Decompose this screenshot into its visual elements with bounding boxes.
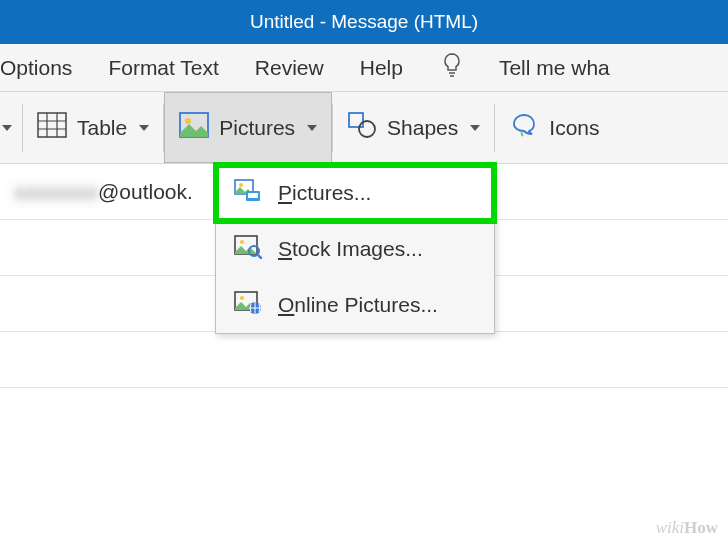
menu-item-stock-images[interactable]: Stock Images... xyxy=(216,221,494,277)
pictures-dropdown: Pictures... Stock Images... Online Pictu… xyxy=(215,164,495,334)
svg-point-6 xyxy=(239,183,243,187)
tell-me-search[interactable]: Tell me wha xyxy=(499,56,610,80)
email-blurred: xxxxxxxx xyxy=(14,180,98,204)
watermark: wikiHow xyxy=(656,518,718,538)
chevron-down-icon xyxy=(2,125,12,131)
menu-label: Pictures... xyxy=(278,181,371,205)
menu-label: Online Pictures... xyxy=(278,293,438,317)
table-label: Table xyxy=(77,116,127,140)
email-visible: @outlook. xyxy=(98,180,193,204)
table-icon xyxy=(37,112,67,143)
icons-button[interactable]: Icons xyxy=(495,92,613,163)
tab-help[interactable]: Help xyxy=(360,56,403,80)
field-row[interactable] xyxy=(0,332,728,388)
ribbon-unknown-dropdown[interactable] xyxy=(0,92,22,163)
lightbulb-icon xyxy=(441,52,463,83)
svg-point-2 xyxy=(185,118,191,124)
shapes-button[interactable]: Shapes xyxy=(333,92,494,163)
svg-point-10 xyxy=(240,240,244,244)
svg-rect-8 xyxy=(248,193,258,198)
svg-point-13 xyxy=(240,296,244,300)
shapes-icon xyxy=(347,111,377,144)
menu-item-online-pictures[interactable]: Online Pictures... xyxy=(216,277,494,333)
chevron-down-icon xyxy=(139,125,149,131)
picture-icon xyxy=(179,112,209,143)
menu-label: Stock Images... xyxy=(278,237,423,261)
pictures-button[interactable]: Pictures xyxy=(164,92,332,163)
table-button[interactable]: Table xyxy=(23,92,163,163)
tab-review[interactable]: Review xyxy=(255,56,324,80)
pictures-label: Pictures xyxy=(219,116,295,140)
tab-options[interactable]: Options xyxy=(0,56,72,80)
ribbon-toolbar: Table Pictures Shapes Icons xyxy=(0,92,728,164)
svg-point-4 xyxy=(359,121,375,137)
tab-format-text[interactable]: Format Text xyxy=(108,56,218,80)
chevron-down-icon xyxy=(470,125,480,131)
picture-device-icon xyxy=(234,179,262,208)
chevron-down-icon xyxy=(307,125,317,131)
picture-globe-icon xyxy=(234,291,262,320)
icons-label: Icons xyxy=(549,116,599,140)
shapes-label: Shapes xyxy=(387,116,458,140)
title-bar: Untitled - Message (HTML) xyxy=(0,0,728,44)
menu-item-pictures[interactable]: Pictures... xyxy=(216,165,494,221)
ribbon-tabs: Options Format Text Review Help Tell me … xyxy=(0,44,728,92)
icons-icon xyxy=(509,111,539,144)
window-title: Untitled - Message (HTML) xyxy=(250,11,478,33)
picture-search-icon xyxy=(234,235,262,264)
field-row[interactable] xyxy=(0,388,728,444)
svg-rect-0 xyxy=(38,113,66,137)
